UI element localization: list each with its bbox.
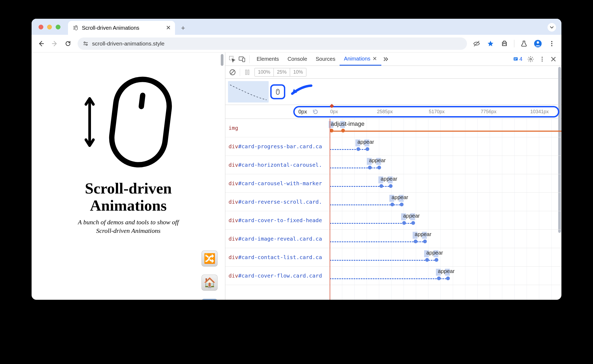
svg-point-19 (530, 58, 532, 60)
pause-icon[interactable] (243, 66, 251, 78)
replay-icon[interactable] (312, 109, 319, 115)
device-toolbar-icon[interactable] (237, 54, 247, 64)
window-controls (39, 25, 60, 29)
page-title: Scroll-driven Animations (85, 180, 172, 214)
timeline-row[interactable]: div#card-horizontal-carousel.appear (225, 156, 561, 174)
element-selector[interactable]: div#card-image-reveal.card.ca (225, 236, 330, 242)
svg-rect-11 (109, 76, 172, 168)
more-tabs-icon[interactable] (381, 53, 390, 65)
element-selector[interactable]: div#card-cover-to-fixed-heade (225, 217, 330, 223)
inspect-element-icon[interactable] (227, 54, 237, 64)
page-fabs: 🔀 🏠 i (202, 251, 218, 300)
svg-rect-27 (276, 89, 279, 94)
animation-clip[interactable] (228, 81, 269, 103)
tab-animations[interactable]: Animations✕ (340, 52, 381, 66)
new-tab-button[interactable]: + (178, 22, 188, 33)
maximize-window-icon[interactable] (56, 25, 60, 29)
element-selector[interactable]: div#card-contact-list.card.ca (225, 254, 330, 260)
close-window-icon[interactable] (39, 25, 43, 29)
timeline-row[interactable]: div#card-image-reveal.card.caappear (225, 230, 561, 248)
page-scrollbar[interactable] (221, 54, 223, 66)
timeline-row[interactable]: div#card-contact-list.card.caappear (225, 248, 561, 267)
element-selector[interactable]: div#card-horizontal-carousel. (225, 162, 330, 168)
svg-rect-12 (138, 92, 145, 109)
animation-name: appear (369, 157, 386, 164)
labs-icon[interactable] (518, 38, 530, 50)
forward-button[interactable] (49, 38, 60, 50)
animation-name: appear (415, 231, 431, 237)
element-selector[interactable]: img (225, 125, 330, 131)
current-position: 0px (298, 109, 307, 115)
devtools-panel: Elements Console Sources Animations✕ 4 (225, 52, 561, 300)
element-selector[interactable]: div#card-progress-bar.card.ca (225, 143, 330, 150)
close-icon[interactable]: ✕ (372, 55, 377, 62)
shuffle-button[interactable]: 🔀 (202, 251, 218, 267)
annotation-arrow-icon (288, 83, 313, 98)
animation-name: appear (403, 213, 420, 219)
svg-line-6 (474, 41, 479, 46)
browser-tab[interactable]: Scroll-driven Animations ✕ (68, 21, 175, 35)
animation-name: adjust-image (331, 120, 364, 127)
animation-name: appear (438, 268, 455, 274)
ruler-ticks: 0px 2585px 5170px 7756px 10341px (330, 105, 555, 119)
animation-name: appear (381, 176, 397, 182)
clear-icon[interactable] (229, 66, 237, 78)
page-subtitle: A bunch of demos and tools to show off S… (78, 218, 179, 235)
issues-badge[interactable]: 4 (513, 56, 522, 62)
svg-point-22 (542, 60, 543, 62)
tab-sources[interactable]: Sources (311, 52, 340, 66)
element-selector[interactable]: div#card-reverse-scroll.card. (225, 199, 330, 205)
timeline-row[interactable]: div#card-cover-flow.card.cardappear (225, 267, 561, 285)
incognito-blocked-icon[interactable] (471, 38, 482, 50)
browser-menu-button[interactable] (546, 38, 558, 50)
element-selector[interactable]: div#card-carousel-with-marker (225, 180, 330, 187)
tab-console[interactable]: Console (283, 52, 311, 66)
toolbar-divider (514, 40, 514, 47)
close-tab-icon[interactable]: ✕ (166, 24, 171, 31)
playhead-icon[interactable] (330, 104, 334, 108)
playhead-line[interactable] (330, 119, 330, 300)
info-button[interactable]: i (202, 299, 218, 300)
svg-line-24 (230, 70, 234, 74)
hero-image (82, 74, 175, 170)
extensions-icon[interactable] (499, 38, 510, 50)
browser-toolbar: scroll-driven-animations.style (32, 35, 561, 52)
back-button[interactable] (35, 38, 47, 50)
svg-rect-18 (514, 59, 516, 60)
svg-rect-25 (246, 70, 247, 74)
site-settings-icon[interactable] (82, 40, 89, 47)
settings-icon[interactable] (527, 53, 535, 65)
svg-rect-17 (514, 58, 517, 59)
tab-list-button[interactable] (548, 23, 556, 32)
page-viewport[interactable]: Scroll-driven Animations A bunch of demo… (32, 52, 225, 300)
scroll-driven-indicator[interactable] (270, 84, 285, 99)
timeline-row[interactable]: div#card-progress-bar.card.caappear (225, 137, 561, 156)
timeline-row[interactable]: div#card-carousel-with-markerappear (225, 174, 561, 193)
profile-button[interactable] (532, 38, 544, 50)
timeline-row[interactable]: div#card-cover-to-fixed-headeappear (225, 211, 561, 230)
animation-name: appear (426, 250, 443, 256)
close-devtools-icon[interactable] (550, 53, 557, 65)
animation-name: appear (358, 139, 374, 145)
tab-title: Scroll-driven Animations (82, 25, 139, 31)
timeline-ruler[interactable]: 0px 0px 2585px 5170px 7756px 10341px (225, 105, 561, 119)
element-selector[interactable]: div#card-cover-flow.card.card (225, 272, 330, 279)
reload-button[interactable] (62, 38, 74, 50)
svg-point-10 (551, 45, 552, 46)
animation-timeline[interactable]: imgadjust-imagediv#card-progress-bar.car… (225, 119, 561, 300)
speed-selector[interactable]: 100% 25% 10% (254, 68, 306, 77)
svg-point-2 (84, 42, 85, 43)
content-area: Scroll-driven Animations A bunch of demo… (32, 52, 561, 300)
timeline-row[interactable]: imgadjust-image (225, 119, 561, 137)
address-bar[interactable]: scroll-driven-animations.style (78, 37, 467, 50)
svg-point-20 (542, 57, 543, 58)
favicon-icon (72, 25, 79, 31)
tab-elements[interactable]: Elements (252, 52, 283, 66)
svg-point-21 (542, 59, 543, 60)
devtools-menu-icon[interactable] (539, 53, 545, 65)
bookmark-star-icon[interactable] (485, 38, 496, 50)
minimize-window-icon[interactable] (47, 25, 52, 29)
home-button[interactable]: 🏠 (202, 275, 218, 291)
timeline-row[interactable]: div#card-reverse-scroll.card.appear (225, 193, 561, 211)
svg-rect-15 (242, 58, 245, 62)
